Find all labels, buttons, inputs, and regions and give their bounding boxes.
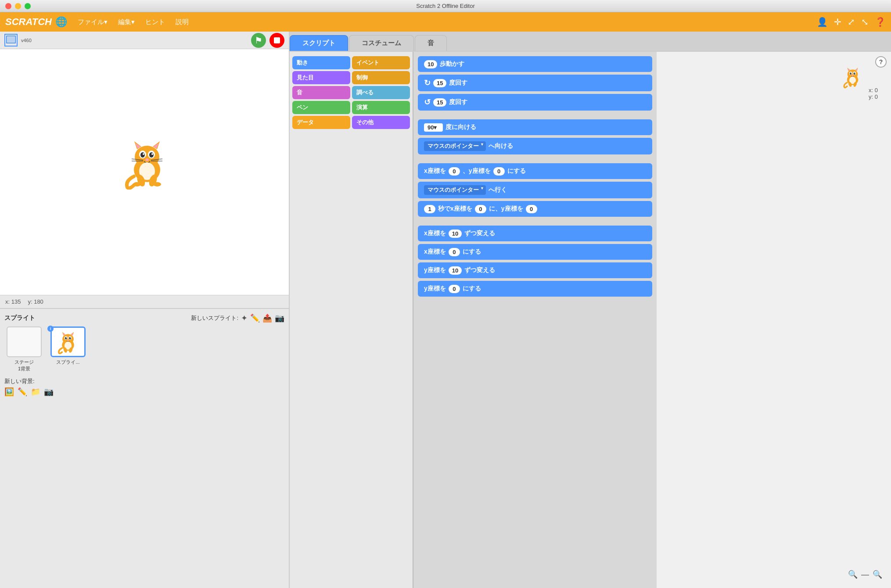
cat-sprite-thumbnail[interactable]: i bbox=[48, 326, 88, 366]
stage-view-icon[interactable] bbox=[4, 34, 18, 47]
new-sprite-camera-button[interactable]: 📷 bbox=[275, 313, 284, 323]
block-change-x[interactable]: x座標を 10 ずつ変える bbox=[418, 226, 652, 241]
svg-point-13 bbox=[151, 153, 153, 155]
category-operators[interactable]: 演算 bbox=[352, 101, 410, 114]
category-control[interactable]: 制御 bbox=[352, 71, 410, 84]
block-glide-x-value[interactable]: 0 bbox=[475, 205, 486, 213]
shrink-icon[interactable]: ⤡ bbox=[861, 17, 869, 27]
category-more[interactable]: その他 bbox=[352, 116, 410, 129]
green-flag-button[interactable]: ⚑ bbox=[251, 33, 266, 48]
zoom-out-button[interactable]: 🔍 bbox=[848, 570, 858, 579]
block-goto[interactable]: マウスのポインター へ行く bbox=[418, 182, 652, 198]
svg-point-50 bbox=[851, 73, 851, 74]
menu-hint[interactable]: ヒント bbox=[142, 16, 169, 28]
category-pen[interactable]: ペン bbox=[292, 101, 350, 114]
stage-thumbnail[interactable]: ステージ1背景 bbox=[4, 326, 44, 372]
menu-info[interactable]: 説明 bbox=[172, 16, 192, 28]
category-data[interactable]: データ bbox=[292, 116, 350, 129]
block-change-y[interactable]: y座標を 10 ずつ変える bbox=[418, 262, 652, 278]
category-looks[interactable]: 見た目 bbox=[292, 71, 350, 84]
cursor-icon[interactable]: ✛ bbox=[834, 17, 841, 27]
left-panel: v460 ⚑ bbox=[0, 32, 290, 588]
block-change-y-value[interactable]: 10 bbox=[449, 266, 462, 275]
bg-paint-icon[interactable]: ✏️ bbox=[18, 387, 27, 397]
stop-button[interactable] bbox=[269, 33, 284, 48]
sprite-info-icon[interactable]: i bbox=[47, 326, 54, 332]
block-goto-dropdown[interactable]: マウスのポインター bbox=[424, 185, 486, 195]
block-glide-secs-value[interactable]: 1 bbox=[424, 205, 435, 213]
zoom-reset-button[interactable]: — bbox=[861, 570, 869, 579]
block-change-x-label2: ずつ変える bbox=[464, 229, 495, 237]
stage-sprite-cat bbox=[119, 137, 176, 196]
svg-point-11 bbox=[149, 152, 154, 158]
maximize-button[interactable] bbox=[25, 3, 31, 9]
category-sound[interactable]: 音 bbox=[292, 86, 350, 99]
svg-point-32 bbox=[65, 337, 67, 340]
stage-thumb-image[interactable] bbox=[7, 326, 42, 357]
block-glide-label1: 秒でx座標を bbox=[438, 205, 472, 213]
block-steps-value[interactable]: 10 bbox=[424, 60, 437, 68]
tab-costumes[interactable]: コスチューム bbox=[349, 35, 414, 51]
rotate-left-icon: ↺ bbox=[424, 97, 431, 107]
block-set-y-label2: にする bbox=[463, 285, 481, 293]
block-turn-left[interactable]: ↺ 15 度回す bbox=[418, 94, 652, 111]
rotate-right-icon: ↻ bbox=[424, 78, 431, 88]
zoom-in-button[interactable]: 🔍 bbox=[873, 570, 882, 579]
block-goto-xy-label3: にする bbox=[507, 167, 526, 175]
svg-point-36 bbox=[67, 340, 69, 341]
block-goto-y-value[interactable]: 0 bbox=[493, 167, 505, 176]
tab-sounds[interactable]: 音 bbox=[415, 35, 447, 51]
bg-camera-icon[interactable]: 📷 bbox=[44, 387, 54, 397]
block-point-toward[interactable]: マウスのポインター へ向ける bbox=[418, 138, 652, 154]
new-bg-label: 新しい背景: bbox=[4, 378, 35, 384]
block-set-y-value[interactable]: 0 bbox=[449, 285, 460, 293]
block-change-y-label2: ずつ変える bbox=[464, 266, 495, 274]
block-point-direction[interactable]: 90▾ 度に向ける bbox=[418, 119, 652, 135]
stage-version-label: v460 bbox=[21, 38, 32, 43]
svg-point-52 bbox=[852, 75, 853, 76]
new-sprite-upload-button[interactable]: 📤 bbox=[262, 313, 272, 323]
menu-edit[interactable]: 編集▾ bbox=[115, 16, 138, 28]
svg-point-51 bbox=[855, 73, 855, 74]
menu-file[interactable]: ファイル▾ bbox=[74, 16, 111, 28]
svg-point-49 bbox=[854, 72, 855, 75]
category-events-label: イベント bbox=[356, 59, 379, 67]
category-operators-label: 演算 bbox=[356, 104, 368, 111]
workspace-sprite-coords: x: 0 y: 0 bbox=[869, 87, 878, 100]
new-sprite-paint-button[interactable]: ✏️ bbox=[250, 313, 260, 323]
bg-image-icon[interactable]: 🖼️ bbox=[4, 387, 14, 397]
block-move-steps[interactable]: 10 歩動かす bbox=[418, 56, 652, 72]
minimize-button[interactable] bbox=[15, 3, 21, 9]
profile-icon[interactable]: 👤 bbox=[817, 17, 828, 27]
cat-thumb-image[interactable] bbox=[50, 326, 86, 357]
svg-point-22 bbox=[133, 182, 141, 186]
category-events[interactable]: イベント bbox=[352, 56, 410, 69]
block-glide-y-value[interactable]: 0 bbox=[526, 205, 537, 213]
block-toward-dropdown[interactable]: マウスのポインター bbox=[424, 141, 486, 151]
block-turn-left-value[interactable]: 15 bbox=[433, 98, 446, 107]
block-turn-right-value[interactable]: 15 bbox=[433, 79, 446, 87]
block-set-y[interactable]: y座標を 0 にする bbox=[418, 281, 652, 297]
help-button[interactable]: ? bbox=[875, 56, 887, 68]
close-button[interactable] bbox=[5, 3, 11, 9]
block-glide[interactable]: 1 秒でx座標を 0 に、y座標を 0 bbox=[418, 201, 652, 217]
block-goto-xy[interactable]: x座標を 0 、y座標を 0 にする bbox=[418, 163, 652, 179]
globe-icon[interactable]: 🌐 bbox=[55, 16, 67, 28]
bg-upload-icon[interactable]: 📁 bbox=[31, 387, 40, 397]
tab-scripts[interactable]: スクリプト bbox=[290, 35, 348, 51]
category-sensing[interactable]: 調べる bbox=[352, 86, 410, 99]
workspace: ? bbox=[657, 52, 891, 588]
expand-icon[interactable]: ⤢ bbox=[848, 17, 855, 27]
window-controls[interactable] bbox=[5, 3, 31, 9]
block-turn-right[interactable]: ↻ 15 度回す bbox=[418, 75, 652, 91]
block-turn-right-label: 度回す bbox=[449, 79, 467, 87]
block-set-x-value[interactable]: 0 bbox=[449, 248, 460, 256]
block-set-x[interactable]: x座標を 0 にする bbox=[418, 244, 652, 260]
block-goto-x-value[interactable]: 0 bbox=[449, 167, 460, 176]
block-direction-value[interactable]: 90▾ bbox=[424, 123, 443, 132]
help-circle-icon[interactable]: ❓ bbox=[875, 17, 886, 27]
workspace-cat-sprite bbox=[841, 65, 865, 95]
block-change-x-value[interactable]: 10 bbox=[449, 229, 462, 238]
new-sprite-star-button[interactable]: ✦ bbox=[241, 313, 248, 323]
category-motion[interactable]: 動き bbox=[292, 56, 350, 69]
